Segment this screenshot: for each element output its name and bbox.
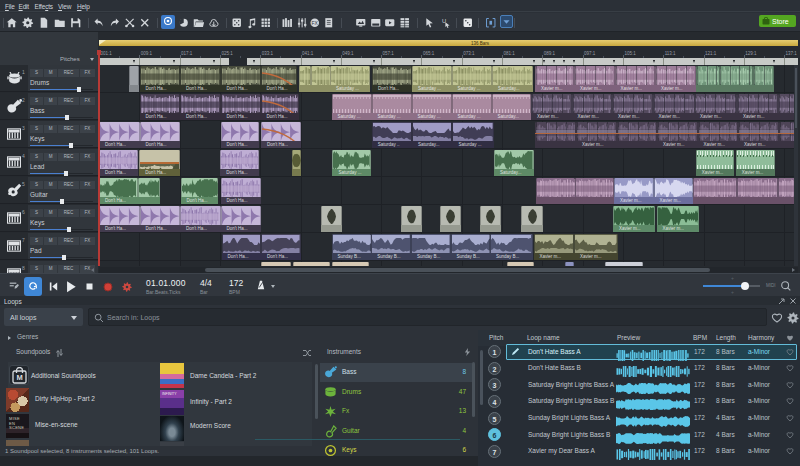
svg-text:M: M [16, 373, 22, 382]
svg-text:FX: FX [312, 20, 319, 26]
